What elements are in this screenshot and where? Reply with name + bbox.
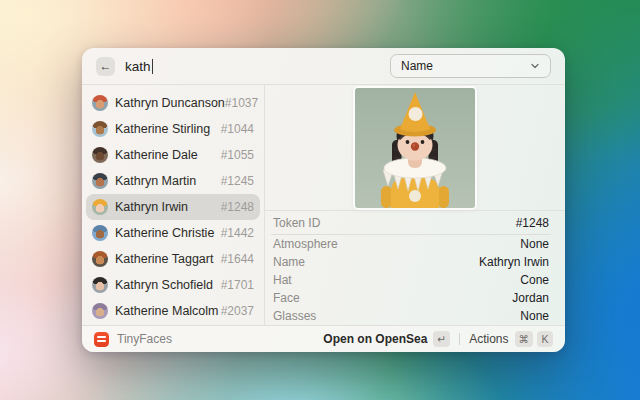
list-item[interactable]: Kathryn Martin #1245 [86, 168, 260, 194]
result-name: Katherine Christie [115, 226, 214, 240]
filter-dropdown-value: Name [401, 59, 433, 73]
actions-shortcut: ⌘K [515, 331, 554, 347]
footer-actions: Open on OpenSea ↵ Actions ⌘K [323, 331, 553, 347]
result-name: Kathryn Irwin [115, 200, 188, 214]
attribute-row: Atmosphere None [273, 235, 549, 253]
list-item[interactable]: Katherine Christie #1442 [86, 220, 260, 246]
attribute-label: Glasses [273, 309, 316, 323]
command-palette-window: ← kath Name Kathryn Duncanson #1037 Kath… [82, 48, 565, 352]
attribute-row: Hat Cone [273, 271, 549, 289]
shortcut-key: ⌘ [515, 331, 534, 347]
attribute-row: Name Kathryn Irwin [273, 253, 549, 271]
avatar [92, 225, 108, 241]
avatar [92, 147, 108, 163]
app-name: TinyFaces [117, 332, 172, 346]
result-name: Katherine Taggart [115, 252, 213, 266]
attribute-value: Jordan [512, 291, 549, 305]
result-token-id: #1248 [221, 200, 254, 214]
avatar [92, 251, 108, 267]
list-item[interactable]: Katherine Malcolm #2037 [86, 298, 260, 324]
chevron-down-icon [530, 61, 540, 71]
search-input[interactable]: kath [125, 59, 153, 74]
actions-button[interactable]: Actions [469, 332, 508, 346]
result-token-id: #1055 [221, 148, 254, 162]
attribute-label: Token ID [273, 216, 320, 230]
attribute-value: None [520, 309, 549, 323]
list-item[interactable]: Katherine Taggart #1644 [86, 246, 260, 272]
attribute-row: Glasses None [273, 307, 549, 325]
attribute-value: Kathryn Irwin [479, 255, 549, 269]
shortcut-key: K [537, 331, 553, 347]
tinyfaces-logo-icon [94, 332, 109, 347]
result-token-id: #1044 [221, 122, 254, 136]
main-content: Kathryn Duncanson #1037 Katherine Stirli… [82, 85, 565, 325]
back-button[interactable]: ← [96, 57, 115, 76]
list-item[interactable]: Katherine Dale #1055 [86, 142, 260, 168]
attribute-row: Face Jordan [273, 289, 549, 307]
desktop-background: ← kath Name Kathryn Duncanson #1037 Kath… [0, 0, 640, 400]
avatar [92, 121, 108, 137]
attribute-value: None [520, 237, 549, 251]
result-name: Katherine Malcolm [115, 304, 219, 318]
attributes-table: Token ID #1248 Atmosphere None Name Kath… [265, 210, 565, 325]
list-item[interactable]: Kathryn Schofield #1701 [86, 272, 260, 298]
attribute-row: Token ID #1248 [273, 211, 549, 234]
avatar [92, 303, 108, 319]
list-item[interactable]: Kathryn Irwin #1248 [86, 194, 260, 220]
filter-dropdown[interactable]: Name [390, 54, 551, 78]
attribute-label: Atmosphere [273, 237, 338, 251]
attribute-label: Face [273, 291, 300, 305]
result-name: Kathryn Schofield [115, 278, 213, 292]
result-token-id: #1644 [221, 252, 254, 266]
attribute-label: Hat [273, 273, 292, 287]
result-name: Kathryn Duncanson [115, 96, 225, 110]
action-bar: TinyFaces Open on OpenSea ↵ Actions ⌘K [82, 325, 565, 352]
text-cursor [152, 59, 154, 74]
list-item[interactable]: Katherine Stirling #1044 [86, 116, 260, 142]
result-name: Kathryn Martin [115, 174, 196, 188]
list-item[interactable]: Kathryn Duncanson #1037 [86, 90, 260, 116]
open-on-opensea-button[interactable]: Open on OpenSea [323, 332, 427, 346]
result-token-id: #1245 [221, 174, 254, 188]
result-name: Katherine Dale [115, 148, 198, 162]
image-area [265, 85, 565, 210]
result-token-id: #1701 [221, 278, 254, 292]
footer-divider [459, 333, 460, 345]
avatar [92, 199, 108, 215]
results-list: Kathryn Duncanson #1037 Katherine Stirli… [82, 85, 265, 325]
result-token-id: #2037 [221, 304, 254, 318]
avatar [92, 95, 108, 111]
detail-panel: Token ID #1248 Atmosphere None Name Kath… [265, 85, 565, 325]
result-token-id: #1037 [225, 96, 258, 110]
return-key-icon: ↵ [433, 331, 450, 347]
result-token-id: #1442 [221, 226, 254, 240]
avatar [92, 173, 108, 189]
attribute-label: Name [273, 255, 305, 269]
search-header: ← kath Name [82, 48, 565, 85]
nft-image [355, 88, 475, 208]
result-name: Katherine Stirling [115, 122, 210, 136]
avatar [92, 277, 108, 293]
attribute-value: Cone [520, 273, 549, 287]
attribute-value: #1248 [516, 216, 549, 230]
back-arrow-icon: ← [100, 57, 112, 76]
search-text: kath [125, 59, 151, 74]
